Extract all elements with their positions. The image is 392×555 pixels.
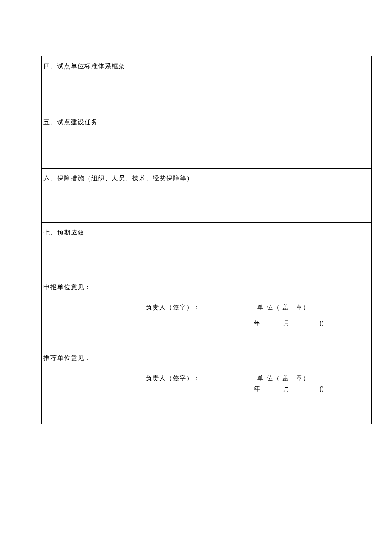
recommender-date-zero: 0 [320, 385, 324, 394]
applicant-opinion-cell: 申报单位意见： 负责人（签字）： 单 位（ 盖 章） 年 月 0 [42, 277, 372, 348]
section-5-cell: 五、试点建设任务 [42, 112, 372, 169]
recommender-opinion-title: 推荐单位意见： [43, 354, 369, 362]
section-7-cell: 七、预期成效 [42, 223, 372, 277]
section-6-header: 六、保障措施（组织、人员、技术、经费保障等） [42, 169, 371, 183]
recommender-date-year: 年 [254, 385, 261, 393]
section-7-header: 七、预期成效 [42, 223, 371, 237]
applicant-date-year: 年 [254, 319, 261, 327]
applicant-opinion-title: 申报单位意见： [43, 283, 369, 291]
recommender-date-month: 月 [283, 385, 291, 393]
applicant-seal-label: 单 位（ 盖 章） [257, 304, 310, 311]
recommender-seal-label: 单 位（ 盖 章） [257, 375, 310, 382]
applicant-date-month: 月 [283, 319, 291, 327]
recommender-opinion-content: 推荐单位意见： 负责人（签字）： 单 位（ 盖 章） 年 月 0 [42, 348, 371, 424]
recommender-responsible-label: 负责人（签字）： [146, 375, 200, 382]
section-6-cell: 六、保障措施（组织、人员、技术、经费保障等） [42, 169, 372, 223]
applicant-opinion-content: 申报单位意见： 负责人（签字）： 单 位（ 盖 章） 年 月 0 [42, 277, 371, 348]
recommender-opinion-cell: 推荐单位意见： 负责人（签字）： 单 位（ 盖 章） 年 月 0 [42, 348, 372, 424]
section-4-cell: 四、试点单位标准体系框架 [42, 56, 372, 112]
applicant-responsible-label: 负责人（签字）： [146, 304, 200, 311]
section-4-header: 四、试点单位标准体系框架 [42, 56, 371, 70]
applicant-date-zero: 0 [320, 319, 324, 328]
application-form-table: 四、试点单位标准体系框架 五、试点建设任务 六、保障措施（组织、人员、技术、经费… [41, 56, 372, 424]
section-5-header: 五、试点建设任务 [42, 112, 371, 126]
